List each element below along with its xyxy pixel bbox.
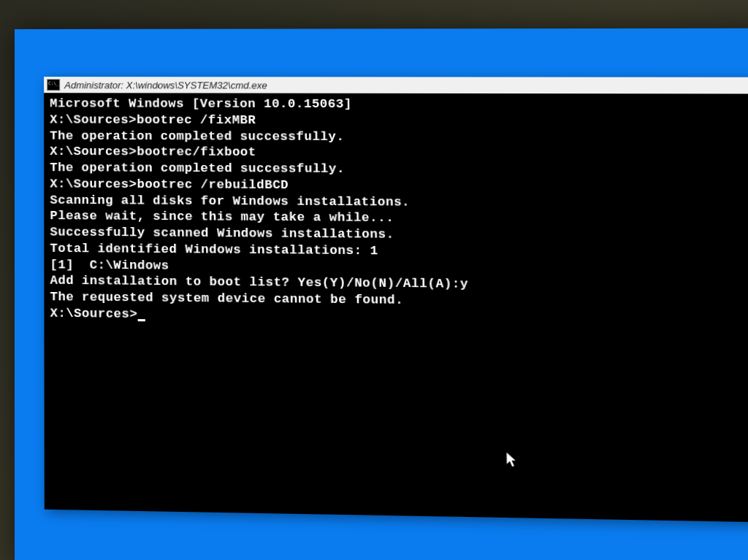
terminal-line: X:\Sources>bootrec /fixMBR: [50, 112, 748, 130]
cmd-icon: [47, 79, 60, 91]
terminal-line: Microsoft Windows [Version 10.0.15063]: [50, 96, 748, 113]
window-title: Administrator: X:\windows\SYSTEM32\cmd.e…: [64, 80, 267, 91]
terminal-prompt: X:\Sources>: [50, 306, 138, 321]
cmd-window: Administrator: X:\windows\SYSTEM32\cmd.e…: [44, 77, 748, 522]
window-titlebar[interactable]: Administrator: X:\windows\SYSTEM32\cmd.e…: [44, 77, 748, 93]
terminal-output[interactable]: Microsoft Windows [Version 10.0.15063]X:…: [44, 93, 748, 349]
terminal-line: The operation completed successfully.: [50, 128, 748, 146]
terminal-cursor: [137, 318, 145, 321]
desktop-background: Administrator: X:\windows\SYSTEM32\cmd.e…: [15, 28, 748, 560]
